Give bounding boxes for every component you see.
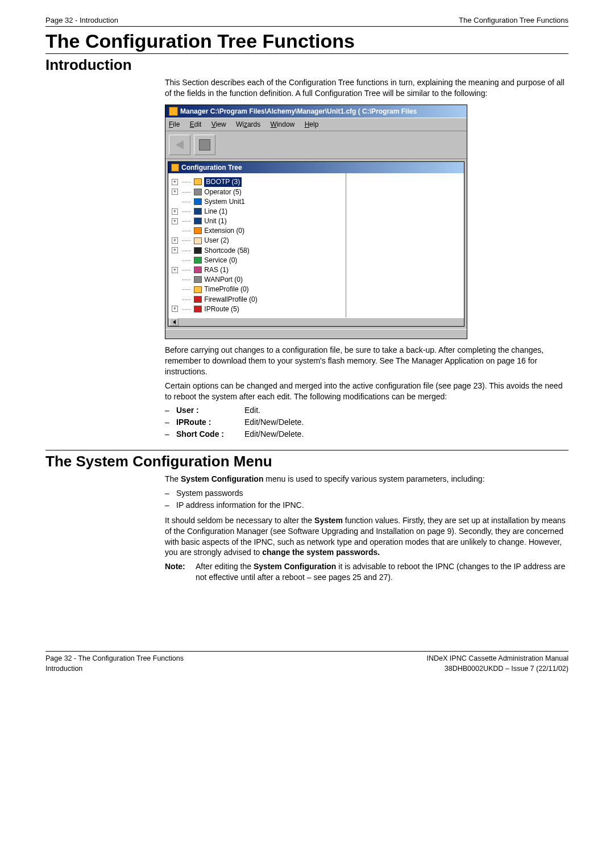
node-label[interactable]: Extension (0)	[204, 226, 244, 235]
header-right: The Configuration Tree Functions	[459, 16, 569, 24]
tree-node[interactable]: +·······RAS (1)	[172, 265, 343, 274]
expand-icon[interactable]: +	[172, 208, 178, 215]
tree-detail-pane	[346, 173, 464, 318]
footer-right-1: INDeX IPNC Cassette Administration Manua…	[427, 654, 569, 662]
text-frag: menu is used to specify various system p…	[263, 474, 484, 483]
menu-edit[interactable]: Edit	[190, 120, 202, 128]
node-label[interactable]: System Unit1	[204, 197, 244, 206]
node-icon	[194, 257, 202, 264]
expand-icon[interactable]: +	[172, 218, 178, 224]
status-bar	[165, 329, 467, 339]
menu-help[interactable]: Help	[305, 120, 319, 128]
system-config-heading: The System Configuration Menu	[45, 453, 569, 470]
node-label[interactable]: BOOTP (3)	[204, 177, 242, 186]
toolbar-save-button[interactable]	[194, 135, 215, 155]
text-bold: change the system passwords.	[262, 548, 380, 557]
node-label[interactable]: Service (0)	[204, 256, 237, 265]
note-block: Note: After editing the System Configura…	[165, 561, 569, 583]
merge-list: – User : Edit. – IPRoute : Edit/New/Dele…	[165, 405, 569, 440]
node-label[interactable]: IPRoute (5)	[204, 304, 239, 314]
list-item: – IP address information for the IPNC.	[165, 500, 569, 511]
node-label[interactable]: Shortcode (58)	[204, 246, 249, 255]
expand-icon	[172, 286, 178, 293]
window-titlebar: Manager C:\Program Files\Alchemy\Manager…	[165, 105, 467, 118]
tree-node[interactable]: +·······BOOTP (3)	[172, 177, 343, 186]
menu-wizards[interactable]: Wizards	[236, 120, 260, 128]
tree-node[interactable]: +·······User (2)	[172, 236, 343, 245]
expand-icon	[172, 228, 178, 234]
page-title: The Configuration Tree Functions	[45, 30, 569, 54]
page-header: Page 32 - Introduction The Configuration…	[45, 16, 569, 27]
tree-node[interactable]: +·······Line (1)	[172, 207, 343, 216]
window-title-text: Manager C:\Program Files\Alchemy\Manager…	[180, 107, 417, 116]
expand-icon	[172, 296, 178, 302]
expand-icon[interactable]: +	[172, 267, 178, 273]
note-text: After editing the System Configuration i…	[196, 561, 569, 583]
expand-icon[interactable]: +	[172, 247, 178, 253]
menu-window[interactable]: Window	[271, 120, 295, 128]
list-item: – IPRoute : Edit/New/Delete.	[165, 417, 569, 428]
tree-node[interactable]: ·······Extension (0)	[172, 226, 343, 235]
tree-view[interactable]: +·······BOOTP (3)+·······Operator (5)···…	[168, 173, 346, 318]
merge-text: Edit.	[244, 405, 569, 416]
tree-connector: ·······	[181, 265, 190, 274]
footer-left-1: Page 32 - The Configuration Tree Functio…	[45, 654, 184, 662]
node-label[interactable]: Unit (1)	[204, 216, 226, 226]
intro-p2: Before carrying out changes to a configu…	[165, 345, 569, 377]
bullet-text: IP address information for the IPNC.	[176, 500, 569, 511]
text-frag: After editing the	[196, 562, 254, 571]
tree-area: +·······BOOTP (3)+·······Operator (5)···…	[168, 173, 464, 318]
tree-connector: ·······	[181, 304, 190, 314]
node-label[interactable]: Line (1)	[204, 207, 227, 216]
menu-view[interactable]: View	[211, 120, 226, 128]
scrollbar-bottom[interactable]	[168, 318, 464, 326]
expand-icon	[172, 277, 178, 283]
menu-bar[interactable]: File Edit View Wizards Window Help	[165, 118, 467, 131]
node-label[interactable]: TimeProfile (0)	[204, 285, 248, 294]
tree-connector: ·······	[181, 197, 190, 206]
tree-node[interactable]: +·······IPRoute (5)	[172, 304, 343, 314]
tree-node[interactable]: ·······System Unit1	[172, 197, 343, 206]
tree-connector: ·······	[181, 207, 190, 216]
expand-icon[interactable]: +	[172, 189, 178, 195]
toolbar-back-button[interactable]	[169, 135, 190, 155]
node-label[interactable]: Operator (5)	[204, 187, 241, 197]
node-icon	[194, 178, 202, 185]
text-bold: System Configuration	[254, 562, 336, 571]
node-label[interactable]: WANPort (0)	[204, 275, 243, 284]
tree-node[interactable]: ·······TimeProfile (0)	[172, 285, 343, 294]
tree-node[interactable]: ·······WANPort (0)	[172, 275, 343, 284]
tree-node[interactable]: +·······Shortcode (58)	[172, 246, 343, 255]
config-tree-panel: Configuration Tree +·······BOOTP (3)+···…	[168, 161, 464, 327]
node-icon	[194, 306, 202, 312]
text-frag: The	[165, 474, 181, 483]
footer-left: Page 32 - The Configuration Tree Functio…	[45, 654, 184, 674]
list-item: – System passwords	[165, 488, 569, 499]
node-label[interactable]: FirewallProfile (0)	[204, 295, 257, 304]
expand-icon[interactable]: +	[172, 306, 178, 312]
tree-connector: ·······	[181, 295, 190, 304]
panel-titlebar: Configuration Tree	[168, 162, 464, 173]
node-label[interactable]: User (2)	[204, 236, 229, 245]
tree-connector: ·······	[181, 187, 190, 197]
tree-node[interactable]: ·······FirewallProfile (0)	[172, 295, 343, 304]
page: Page 32 - Introduction The Configuration…	[23, 0, 591, 696]
expand-icon[interactable]: +	[172, 237, 178, 244]
section-divider	[45, 450, 569, 450]
tree-node[interactable]: +·······Operator (5)	[172, 187, 343, 197]
dash-icon: –	[165, 429, 176, 440]
expand-icon[interactable]: +	[172, 179, 178, 185]
dash-icon: –	[165, 417, 176, 428]
node-icon	[194, 208, 202, 215]
menu-file[interactable]: File	[169, 120, 180, 128]
merge-text: Edit/New/Delete.	[244, 429, 569, 440]
merge-label: User :	[176, 405, 244, 416]
scroll-left-icon[interactable]	[169, 318, 179, 326]
node-label[interactable]: RAS (1)	[204, 265, 229, 274]
expand-icon	[172, 257, 178, 263]
note-label: Note:	[165, 561, 192, 583]
sysmenu-p2: It should seldom be necessary to alter t…	[165, 515, 569, 558]
tree-node[interactable]: ·······Service (0)	[172, 256, 343, 265]
tree-node[interactable]: +·······Unit (1)	[172, 216, 343, 226]
tree-connector: ·······	[181, 246, 190, 255]
